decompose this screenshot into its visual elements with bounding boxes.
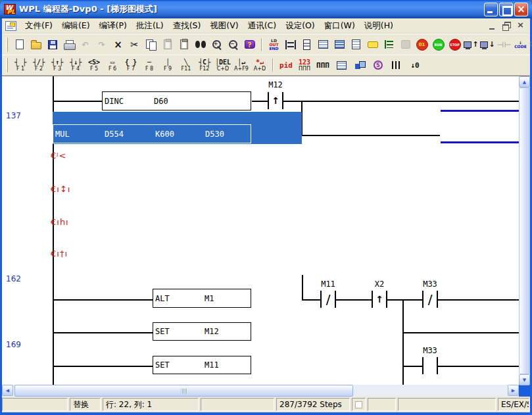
contact-label-m33-2: M33	[416, 346, 445, 355]
upload-icon[interactable]: ↑	[463, 37, 479, 53]
delete-icon[interactable]: ×	[110, 37, 126, 53]
toolbar-grip[interactable]	[6, 37, 8, 52]
contact-closed-icon[interactable]: ┤/├F 2	[30, 56, 48, 74]
menu-item-window[interactable]: 窗口(W)	[320, 18, 360, 34]
document-icon[interactable]	[5, 21, 16, 31]
menu-item-compile[interactable]: 编译(P)	[95, 18, 132, 34]
wire	[252, 101, 268, 102]
menu-item-edit[interactable]: 编辑(E)	[57, 18, 95, 34]
instruction-mode-icon[interactable]: LDOUTEND	[266, 37, 282, 53]
tag-icon[interactable]	[364, 37, 381, 53]
wire	[53, 366, 153, 367]
redo-icon: ↷	[93, 37, 110, 53]
mdi-minimize-icon[interactable]	[488, 22, 498, 30]
scroll-down-icon[interactable]: ▼	[519, 374, 530, 385]
vertical-line-icon[interactable]: │F 9	[158, 56, 177, 74]
maximize-button[interactable]	[499, 3, 513, 16]
row-number-162: 162	[6, 274, 21, 283]
zoom-out-icon[interactable]: −	[225, 37, 241, 53]
copy-icon[interactable]	[143, 37, 159, 53]
sfc-mode-icon[interactable]	[299, 37, 315, 53]
contact-tool-disabled-icon: ⊣⊢	[496, 37, 512, 53]
status-blank-1	[2, 398, 68, 411]
scroll-up-icon[interactable]: ▲	[519, 76, 530, 87]
wire	[387, 299, 422, 301]
minimize-button[interactable]	[484, 3, 498, 16]
instruction-box-set-m12[interactable]: SET M12	[153, 322, 251, 341]
code-convert-icon[interactable]: ↓CODE	[512, 37, 529, 53]
vertical-scrollbar[interactable]: ▲ ▼	[519, 76, 530, 385]
binary-01-icon[interactable]: 01	[414, 37, 430, 53]
zero-init-icon[interactable]: ↓0	[406, 56, 424, 74]
device-table-icon[interactable]	[331, 37, 348, 53]
stop-icon[interactable]: STOP	[447, 37, 463, 53]
app-icon: WPL	[4, 4, 16, 14]
menu-item-search[interactable]: 查找(S)	[168, 18, 206, 34]
trace-123-icon[interactable]: 123ΠΠΠ	[295, 56, 314, 74]
device-bars-icon[interactable]	[387, 56, 406, 74]
open-icon[interactable]	[28, 37, 44, 53]
paste-insert-icon[interactable]	[176, 37, 192, 53]
download-icon[interactable]: ↓	[479, 37, 496, 53]
menu-item-file[interactable]: 文件(F)	[20, 18, 57, 34]
insert-row-icon[interactable]: │↵A+F9	[232, 56, 251, 74]
counter-contact-icon[interactable]: ┤C├F12	[195, 56, 214, 74]
ladder-mode-icon[interactable]	[282, 37, 299, 53]
mdi-restore-icon[interactable]	[502, 22, 512, 30]
new-icon[interactable]	[11, 37, 28, 53]
print-icon[interactable]	[60, 37, 77, 53]
status-plc-type: ES/EX/SS	[498, 398, 529, 411]
edit-register-icon[interactable]	[351, 56, 369, 74]
toolbar-grip[interactable]	[6, 58, 8, 72]
contact-m33-no[interactable]	[422, 357, 438, 374]
instruction-box-mul[interactable]: MUL D554 K600 D530	[53, 124, 251, 143]
set-device-icon[interactable]: S	[369, 56, 387, 74]
tree-view-icon[interactable]	[381, 37, 397, 53]
find-icon[interactable]	[192, 37, 208, 53]
run-icon[interactable]: RUN	[430, 37, 447, 53]
menu-item-communication[interactable]: 通讯(C)	[243, 18, 281, 34]
comment-artifact: €ʲ<	[51, 151, 66, 160]
output-coil-icon[interactable]: ▭F 6	[103, 56, 122, 74]
horizontal-scrollbar-thumb[interactable]	[14, 385, 353, 397]
zoom-in-icon[interactable]: +	[208, 37, 225, 53]
contact-m11-nc[interactable]: /	[320, 291, 336, 308]
waveform-icon[interactable]: ΠΠΠ	[314, 56, 332, 74]
delete-row-icon[interactable]: *↵A+D	[251, 56, 269, 74]
title-bar: WPL WPL 编程器-Dvp0 - [梯形图模式]	[0, 0, 532, 18]
cut-icon[interactable]: ✂	[126, 37, 143, 53]
pid-icon[interactable]: pid	[277, 56, 295, 74]
instruction-box-alt[interactable]: ALT M1	[153, 289, 251, 308]
horizontal-scrollbar[interactable]: ◀ ▶	[2, 385, 519, 397]
instruction-box-dinc[interactable]: DINC D60	[102, 91, 251, 110]
used-device-icon[interactable]	[348, 37, 364, 53]
ladder-view[interactable]: 137 162 169 DINC D60 M12 ↑ MUL D554 K600…	[2, 76, 519, 385]
contact-falling-icon[interactable]: ┤↓├F 4	[66, 56, 85, 74]
step-ladder-icon[interactable]: <S>F 5	[85, 56, 103, 74]
vertical-scrollbar-thumb[interactable]	[519, 87, 530, 374]
application-instruction-icon[interactable]: { }F 7	[122, 56, 140, 74]
instruction-box-set-m11[interactable]: SET M11	[153, 356, 251, 374]
delete-line-icon[interactable]: ╲F11	[177, 56, 195, 74]
menu-item-comment[interactable]: 批注(L)	[132, 18, 168, 34]
status-blank-3	[368, 398, 396, 411]
menu-item-help[interactable]: 说明(H)	[360, 18, 398, 34]
menu-item-view[interactable]: 视图(V)	[205, 18, 243, 34]
help-book-icon[interactable]	[241, 37, 258, 53]
contact-open-icon[interactable]: ┤ ├F 1	[11, 56, 30, 74]
wire	[283, 101, 519, 102]
save-icon[interactable]	[44, 37, 60, 53]
contact-rising-icon[interactable]: ┤↑├F 3	[48, 56, 66, 74]
menu-item-options[interactable]: 设定(O)	[281, 18, 320, 34]
close-button[interactable]	[514, 3, 528, 16]
mdi-close-icon[interactable]	[516, 22, 525, 30]
monitor-table-icon[interactable]	[332, 56, 351, 74]
horizontal-line-icon[interactable]: ─F 8	[140, 56, 158, 74]
scroll-left-icon[interactable]: ◀	[2, 385, 13, 396]
contact-x2-rising[interactable]: ↑	[372, 291, 387, 308]
contact-m12-rising[interactable]: ↑	[268, 92, 283, 109]
contact-m33-nc[interactable]: /	[422, 291, 438, 308]
comment-table-icon[interactable]	[315, 37, 331, 53]
scroll-right-icon[interactable]: ▶	[508, 385, 519, 396]
delete-cell-icon[interactable]: │DELC+D	[214, 56, 232, 74]
